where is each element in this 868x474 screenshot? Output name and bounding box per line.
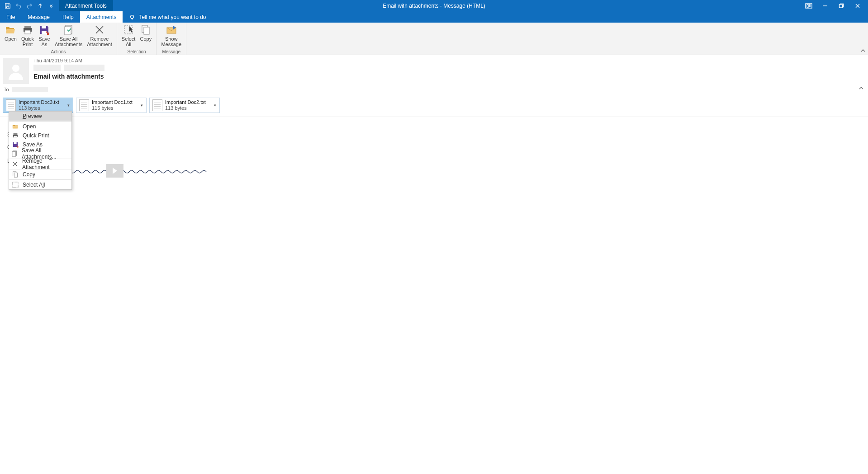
attachment-name: Important Doc2.txt — [165, 99, 212, 105]
attachment-chip[interactable]: Important Doc3.txt 113 bytes ▾ — [3, 98, 73, 113]
avatar — [3, 58, 29, 84]
text-file-icon — [6, 99, 16, 111]
save-as-icon — [12, 141, 19, 148]
remove-label: Remove Attachment — [87, 36, 112, 47]
menu-item-save-all[interactable]: Save All Attachments... — [9, 149, 71, 158]
show-message-button[interactable]: Show Message — [159, 23, 183, 48]
message-from — [33, 64, 864, 71]
attachment-context-menu: Preview Open Quick Print Save As Save Al… — [9, 111, 72, 190]
menu-label: Preview — [23, 113, 42, 119]
svg-point-2 — [131, 15, 134, 18]
play-overlay-button[interactable] — [106, 164, 123, 178]
group-label-message: Message — [159, 49, 183, 55]
tab-file[interactable]: File — [0, 11, 21, 23]
select-all-button[interactable]: Select All — [120, 23, 138, 48]
title-bar: Attachment Tools Email with attachments … — [0, 0, 868, 11]
lightbulb-icon — [129, 14, 135, 20]
tab-attachments[interactable]: Attachments — [80, 11, 123, 23]
menu-item-open[interactable]: Open — [9, 122, 71, 131]
ribbon: Open Quick Print Save As Save All Attach… — [0, 23, 868, 55]
svg-rect-17 — [14, 136, 17, 138]
attachments-bar: Important Doc3.txt 113 bytes ▾ Important… — [0, 95, 868, 117]
contextual-tool-tab: Attachment Tools — [59, 0, 113, 11]
message-to-row: To — [0, 86, 868, 95]
save-as-icon — [39, 24, 50, 35]
attachment-name: Important Doc1.txt — [92, 99, 139, 105]
copy-icon — [12, 171, 19, 178]
save-as-button[interactable]: Save As — [37, 23, 52, 48]
save-all-button[interactable]: Save All Attachments — [53, 23, 84, 48]
svg-rect-3 — [24, 26, 31, 28]
text-file-icon — [152, 99, 162, 111]
printer-icon — [22, 24, 33, 35]
attachment-chip[interactable]: Important Doc1.txt 115 bytes ▾ — [76, 98, 147, 113]
blank-icon — [12, 113, 19, 120]
maximize-button[interactable] — [834, 0, 849, 11]
attachment-name: Important Doc3.txt — [19, 99, 66, 105]
quick-print-button[interactable]: Quick Print — [19, 23, 36, 48]
window-controls — [801, 0, 868, 11]
tell-me-search[interactable]: Tell me what you want to do — [123, 11, 212, 23]
tab-message[interactable]: Message — [21, 11, 56, 23]
attachment-chip[interactable]: Important Doc2.txt 113 bytes ▾ — [149, 98, 220, 113]
remove-attachment-button[interactable]: Remove Attachment — [85, 23, 114, 48]
open-button[interactable]: Open — [3, 23, 19, 42]
ribbon-group-actions: Open Quick Print Save As Save All Attach… — [0, 23, 117, 55]
up-arrow-icon[interactable] — [36, 2, 44, 10]
redo-icon[interactable] — [25, 2, 33, 10]
menu-label: Save As — [23, 141, 43, 148]
folder-open-icon — [12, 123, 19, 130]
menu-item-select-all[interactable]: Select All — [9, 180, 71, 189]
message-date: Thu 4/4/2019 9:14 AM — [33, 58, 864, 63]
more-commands-icon[interactable] — [47, 2, 55, 10]
attachment-size: 113 bytes — [165, 105, 212, 111]
tell-me-label: Tell me what you want to do — [139, 14, 206, 20]
reading-mode-icon[interactable] — [801, 0, 816, 11]
menu-item-preview[interactable]: Preview — [9, 112, 71, 121]
to-label: To — [4, 87, 9, 92]
ribbon-group-message: Show Message Message — [157, 23, 186, 55]
svg-rect-24 — [13, 182, 18, 188]
svg-rect-19 — [14, 142, 17, 144]
folder-open-icon — [5, 24, 16, 35]
svg-rect-21 — [12, 152, 16, 157]
close-button[interactable] — [850, 0, 865, 11]
select-all-icon — [12, 181, 19, 188]
message-header: Thu 4/4/2019 9:14 AM Email with attachme… — [0, 55, 868, 86]
minimize-button[interactable] — [817, 0, 833, 11]
group-label-selection: Selection — [120, 49, 154, 55]
collapse-header-button[interactable] — [859, 86, 863, 91]
envelope-icon — [166, 24, 177, 35]
chevron-down-icon[interactable]: ▾ — [66, 103, 71, 108]
tab-help[interactable]: Help — [56, 11, 80, 23]
copy-icon — [140, 24, 151, 35]
svg-rect-1 — [840, 5, 843, 8]
undo-icon[interactable] — [14, 2, 23, 10]
window-title: Email with attachments - Message (HTML) — [383, 3, 485, 9]
save-all-icon — [12, 150, 18, 157]
message-subject: Email with attachments — [33, 73, 864, 80]
chevron-down-icon[interactable]: ▾ — [139, 103, 144, 108]
attachment-size: 115 bytes — [92, 105, 139, 111]
svg-rect-6 — [42, 26, 46, 28]
menu-item-remove[interactable]: Remove Attachment — [9, 160, 71, 169]
menu-label: Copy — [23, 171, 35, 178]
svg-rect-5 — [25, 30, 30, 34]
chevron-down-icon[interactable]: ▾ — [212, 103, 218, 108]
save-all-label: Save All Attachments — [55, 36, 82, 47]
remove-icon — [94, 24, 105, 35]
menu-item-copy[interactable]: Copy — [9, 170, 71, 179]
svg-rect-23 — [14, 173, 17, 178]
message-body: S C L — [0, 117, 868, 126]
menu-item-quick-print[interactable]: Quick Print — [9, 131, 71, 140]
remove-icon — [12, 160, 19, 168]
quick-access-toolbar — [0, 0, 59, 11]
copy-button[interactable]: Copy — [138, 23, 153, 42]
select-all-label: Select All — [122, 36, 136, 47]
group-label-actions: Actions — [3, 49, 114, 55]
text-file-icon — [79, 99, 89, 111]
copy-label: Copy — [140, 36, 152, 42]
save-icon[interactable] — [4, 2, 12, 10]
open-label: Open — [5, 36, 17, 42]
collapse-ribbon-button[interactable] — [861, 48, 865, 54]
